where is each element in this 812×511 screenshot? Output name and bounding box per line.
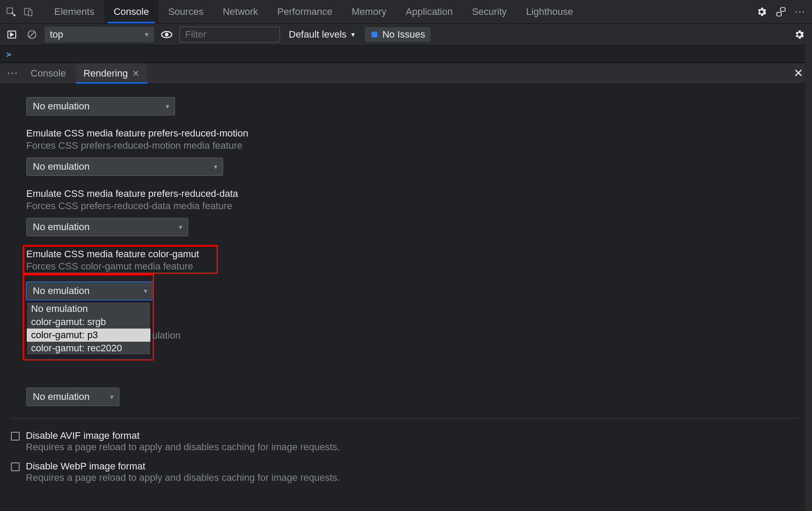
checkbox-title: Disable AVIF image format xyxy=(26,430,340,441)
select-value: No emulation xyxy=(33,101,90,112)
prompt-symbol: > xyxy=(6,49,11,60)
checkbox-icon[interactable] xyxy=(11,432,20,441)
issues-button[interactable]: No Issues xyxy=(365,27,430,42)
emulation-select-prefers-reduced-motion[interactable]: No emulation ▼ xyxy=(26,158,223,176)
dropdown-option[interactable]: color-gamut: rec2020 xyxy=(27,342,150,355)
inspect-icon[interactable] xyxy=(4,4,18,19)
tab-lighthouse[interactable]: Lighthouse xyxy=(516,0,583,23)
tab-sources[interactable]: Sources xyxy=(158,0,213,23)
drawer-more-icon[interactable]: ⋯ xyxy=(4,66,21,80)
svg-point-9 xyxy=(165,32,168,36)
emulation-section-vision: No emulation ▼ xyxy=(26,388,799,406)
select-value: No emulation xyxy=(33,285,90,297)
scrollbar[interactable] xyxy=(805,24,812,511)
select-value: No emulation xyxy=(33,221,90,233)
customize-icon[interactable] xyxy=(775,6,787,18)
emulation-section-prefers-reduced-data: Emulate CSS media feature prefers-reduce… xyxy=(26,188,799,236)
tab-elements[interactable]: Elements xyxy=(45,0,104,23)
chevron-down-icon: ▼ xyxy=(143,288,148,294)
console-prompt[interactable]: > xyxy=(0,46,812,63)
emulation-select-generic[interactable]: No emulation ▼ xyxy=(26,97,175,116)
tab-application[interactable]: Application xyxy=(396,0,462,23)
rendering-panel: No emulation ▼ Emulate CSS media feature… xyxy=(0,84,812,511)
filter-input[interactable] xyxy=(179,27,280,42)
device-toggle-icon[interactable] xyxy=(21,4,36,19)
svg-rect-3 xyxy=(780,7,785,11)
checkbox-desc: Requires a page reload to apply and disa… xyxy=(26,441,340,453)
tab-network[interactable]: Network xyxy=(213,0,268,23)
section-title: Emulate CSS media feature color-gamut xyxy=(26,248,799,260)
tab-console[interactable]: Console xyxy=(104,0,159,23)
checkbox-disable-webp[interactable]: Disable WebP image format Requires a pag… xyxy=(11,461,799,483)
section-desc: Forces CSS prefers-reduced-motion media … xyxy=(26,140,799,151)
select-value: No emulation xyxy=(33,391,90,402)
emulation-section-generic: No emulation ▼ xyxy=(26,97,799,116)
context-select[interactable]: top ▼ xyxy=(45,27,154,42)
dropdown-option[interactable]: color-gamut: p3 xyxy=(27,329,150,342)
chevron-down-icon: ▼ xyxy=(178,224,183,231)
section-desc: Forces CSS color-gamut media feature xyxy=(26,261,799,272)
chevron-down-icon: ▼ xyxy=(213,164,218,170)
svg-rect-4 xyxy=(777,12,781,16)
tab-performance[interactable]: Performance xyxy=(268,0,342,23)
tab-security[interactable]: Security xyxy=(462,0,516,23)
more-icon[interactable]: ⋯ xyxy=(794,6,806,18)
emulation-select-color-gamut[interactable]: No emulation ▼ xyxy=(26,282,153,300)
obscured-text-fragment: ulation xyxy=(152,330,181,341)
svg-marker-6 xyxy=(10,33,13,36)
live-expression-icon[interactable] xyxy=(159,27,174,42)
checkbox-desc: Requires a page reload to apply and disa… xyxy=(26,472,340,483)
checkbox-icon[interactable] xyxy=(11,462,20,471)
log-levels-select[interactable]: Default levels ▼ xyxy=(285,29,360,40)
issues-label: No Issues xyxy=(382,29,425,40)
drawer-tab-rendering[interactable]: Rendering ✕ xyxy=(76,63,148,84)
select-value: No emulation xyxy=(33,161,90,172)
drawer-tab-strip: ⋯ Console Rendering ✕ ✕ xyxy=(0,63,812,84)
checkbox-disable-avif[interactable]: Disable AVIF image format Requires a pag… xyxy=(11,430,799,453)
chevron-down-icon: ▼ xyxy=(350,31,356,38)
chevron-down-icon: ▼ xyxy=(144,31,150,38)
sidebar-toggle-icon[interactable] xyxy=(4,27,19,42)
chevron-down-icon: ▼ xyxy=(109,394,115,400)
context-select-value: top xyxy=(50,29,63,40)
emulation-section-color-gamut: Emulate CSS media feature color-gamut Fo… xyxy=(26,248,799,300)
chevron-down-icon: ▼ xyxy=(164,103,170,110)
main-tabs: Elements Console Sources Network Perform… xyxy=(45,0,583,23)
emulation-select-prefers-reduced-data[interactable]: No emulation ▼ xyxy=(26,218,188,236)
checkbox-title: Disable WebP image format xyxy=(26,461,340,472)
close-icon[interactable]: ✕ xyxy=(132,68,140,79)
section-desc: Forces CSS prefers-reduced-data media fe… xyxy=(26,200,799,212)
dropdown-option[interactable]: No emulation xyxy=(27,302,150,315)
emulation-select-vision[interactable]: No emulation ▼ xyxy=(26,388,119,406)
dropdown-popup-color-gamut: No emulation color-gamut: srgb color-gam… xyxy=(26,302,151,355)
issues-icon xyxy=(370,30,379,39)
main-tab-strip: Elements Console Sources Network Perform… xyxy=(0,0,812,24)
drawer-tab-console[interactable]: Console xyxy=(23,63,74,84)
divider xyxy=(11,418,799,419)
section-title: Emulate CSS media feature prefers-reduce… xyxy=(26,188,799,200)
clear-console-icon[interactable] xyxy=(24,27,39,42)
tab-memory[interactable]: Memory xyxy=(342,0,396,23)
emulation-section-prefers-reduced-motion: Emulate CSS media feature prefers-reduce… xyxy=(26,128,799,176)
dropdown-option[interactable]: color-gamut: srgb xyxy=(27,315,150,329)
svg-rect-2 xyxy=(28,10,32,16)
log-levels-label: Default levels xyxy=(289,29,346,40)
svg-rect-10 xyxy=(371,32,377,37)
section-title: Emulate CSS media feature prefers-reduce… xyxy=(26,128,799,139)
drawer-tab-label: Rendering xyxy=(84,68,128,79)
console-toolbar: top ▼ Default levels ▼ No Issues xyxy=(0,24,812,46)
settings-gear-icon[interactable] xyxy=(756,6,767,18)
